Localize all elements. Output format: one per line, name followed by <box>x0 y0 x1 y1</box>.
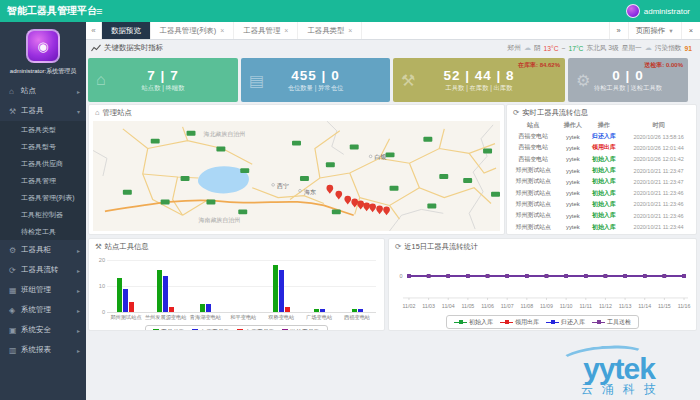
bar[interactable] <box>117 278 122 312</box>
legend-item[interactable]: 出库工具数 <box>237 328 275 332</box>
table-row[interactable]: 西福变电站yytek归还入库2020/10/26 13:58:16 <box>507 131 696 142</box>
bar[interactable] <box>273 265 278 312</box>
bar[interactable] <box>169 307 174 312</box>
close-tab-button[interactable]: × <box>681 22 700 39</box>
data-point[interactable] <box>663 274 666 277</box>
cell-site: 郑州测试站点 <box>507 210 559 221</box>
table-row[interactable]: 西福变电站yytek初始入库2020/10/26 12:01:42 <box>507 154 696 165</box>
sidebar-subitem[interactable]: 工具柜控制器 <box>0 206 86 223</box>
report-icon: ▥ <box>9 346 19 355</box>
data-point[interactable] <box>643 274 646 277</box>
legend-item[interactable]: 归还入库 <box>546 318 585 327</box>
sidebar-subitem[interactable]: 工器具供应商 <box>0 155 86 172</box>
bar-group: 西福变电站 <box>338 260 376 321</box>
sidebar-subitem[interactable]: 工器具型号 <box>0 138 86 155</box>
bar[interactable] <box>352 309 357 312</box>
tab-close-icon[interactable]: × <box>348 27 352 34</box>
user-avatar-large[interactable]: ◉ <box>26 29 60 63</box>
y-tick-label: 10 <box>94 283 105 289</box>
bar[interactable] <box>157 270 162 312</box>
legend-item[interactable]: 送检工具数 <box>282 328 320 332</box>
sidebar-subitem[interactable]: 待检定工具 <box>0 223 86 240</box>
data-point[interactable] <box>486 274 489 277</box>
sidebar: ◉ administrator:系统管理员 ⌂站点▸⚒工器具▾工器具类型工器具型… <box>0 22 86 400</box>
legend-item[interactable]: 在库工具数 <box>192 328 230 332</box>
data-point[interactable] <box>525 274 528 277</box>
legend-item[interactable]: 工具总数 <box>153 328 185 332</box>
bar[interactable] <box>314 309 319 312</box>
data-point[interactable] <box>505 274 508 277</box>
tab-bar: « 数据预览工器具管理(列表)×工器具管理×工器具类型× » 页面操作 ▼ × <box>86 22 700 40</box>
legend-item[interactable]: 初始入库 <box>454 318 493 327</box>
data-point[interactable] <box>447 274 450 277</box>
sidebar-subitem[interactable]: 工器具类型 <box>0 121 86 138</box>
table-row[interactable]: 郑州测试站点yytek初始入库2020/10/21 11:23:47 <box>507 165 696 176</box>
table-row[interactable]: 郑州测试站点yytek初始入库2020/10/21 11:23:46 <box>507 199 696 210</box>
sidebar-item-site[interactable]: ⌂站点▸ <box>0 81 86 101</box>
tab-close-icon[interactable]: × <box>220 27 224 34</box>
chevron-icon: ▸ <box>77 347 80 354</box>
bar[interactable] <box>285 307 290 312</box>
table-header-row: 站点操作人操作时间 <box>507 120 696 131</box>
legend-item[interactable]: 工具送检 <box>592 318 631 327</box>
sidebar-item-flow[interactable]: ⟳工器具流转▸ <box>0 260 86 280</box>
line-panel-header: ⟳ 近15日工器具流转统计 <box>389 239 696 254</box>
refresh-icon[interactable]: ⟳ <box>513 108 519 117</box>
data-point[interactable] <box>584 274 587 277</box>
bar-chart: 20100郑州测试站点兰州发展源变电站青海湖变电站和平变电站双桥变电站广场变电站… <box>107 260 376 322</box>
sidebar-item-security[interactable]: ▣系统安全▸ <box>0 320 86 340</box>
refresh-icon[interactable]: ⟳ <box>395 242 401 251</box>
data-point[interactable] <box>466 274 469 277</box>
stat-card-3: ⚙0 | 0待检工具数 | 送检工具数送检率: 0.00% <box>568 58 688 102</box>
bar[interactable] <box>358 309 363 312</box>
collapse-tabs-icon[interactable]: « <box>86 22 102 39</box>
map-canvas[interactable]: 海北藏族自治州 海南藏族自治州 西宁 海东 白银 <box>93 121 500 231</box>
bar[interactable] <box>320 309 325 312</box>
data-point[interactable] <box>682 274 685 277</box>
sidebar-item-system[interactable]: ◈系统管理▸ <box>0 300 86 320</box>
bar[interactable] <box>279 270 284 312</box>
data-point[interactable] <box>604 274 607 277</box>
tab-active[interactable]: 数据预览 <box>102 22 151 39</box>
tab[interactable]: 工器具类型× <box>298 22 362 39</box>
data-point[interactable] <box>407 274 410 277</box>
chevron-icon: ▸ <box>77 88 80 95</box>
table-row[interactable]: 郑州测试站点yytek初始入库2020/10/21 11:23:46 <box>507 187 696 198</box>
table-row[interactable]: 郑州测试站点yytek初始入库2020/10/21 11:23:47 <box>507 176 696 187</box>
legend-swatch <box>153 329 159 331</box>
tab[interactable]: 工器具管理(列表)× <box>151 22 235 39</box>
aqi-value: 91 <box>685 45 692 52</box>
tab[interactable]: 工器具管理× <box>234 22 298 39</box>
expand-tabs-icon[interactable]: » <box>609 22 628 39</box>
tab-close-icon[interactable]: × <box>284 27 288 34</box>
hamburger-menu-icon[interactable]: ≡ <box>96 6 102 17</box>
table-row[interactable]: 西福变电站yytek领用出库2020/10/26 12:01:44 <box>507 142 696 153</box>
topbar-user[interactable]: administrator <box>626 4 700 18</box>
data-point[interactable] <box>545 274 548 277</box>
bar[interactable] <box>123 289 128 312</box>
bar[interactable] <box>200 304 205 312</box>
x-tick-label: 11/07 <box>501 303 514 309</box>
table-row[interactable]: 郑州测试站点yytek初始入库2020/10/21 11:23:44 <box>507 221 696 232</box>
page-ops-dropdown[interactable]: 页面操作 ▼ <box>628 22 681 39</box>
sidebar-item-report[interactable]: ▥系统报表▸ <box>0 340 86 360</box>
flow-table: 站点操作人操作时间 西福变电站yytek归还入库2020/10/26 13:58… <box>507 120 696 233</box>
cell-operation: 归还入库 <box>586 131 621 142</box>
bar-chart-panel: ⚒ 站点工具信息 20100郑州测试站点兰州发展源变电站青海湖变电站和平变电站双… <box>88 238 385 331</box>
sidebar-item-tool[interactable]: ⚒工器具▾ <box>0 101 86 121</box>
x-tick-label: 11/09 <box>540 303 553 309</box>
legend-item[interactable]: 领用出库 <box>500 318 539 327</box>
sidebar-item-cabinet[interactable]: ⚙工器具柜▸ <box>0 240 86 260</box>
sidebar-subitem[interactable]: 工器具管理 <box>0 172 86 189</box>
data-point[interactable] <box>564 274 567 277</box>
sidebar-item-team[interactable]: ▦班组管理▸ <box>0 280 86 300</box>
cell-operator: yytek <box>559 131 586 142</box>
sidebar-subitem[interactable]: 工器具管理(列表) <box>0 189 86 206</box>
bar[interactable] <box>163 276 168 312</box>
data-point[interactable] <box>427 274 430 277</box>
bar-set <box>117 260 134 312</box>
data-point[interactable] <box>623 274 626 277</box>
table-row[interactable]: 郑州测试站点yytek初始入库2020/10/21 11:23:46 <box>507 210 696 221</box>
bar[interactable] <box>129 302 134 312</box>
bar[interactable] <box>206 304 211 312</box>
